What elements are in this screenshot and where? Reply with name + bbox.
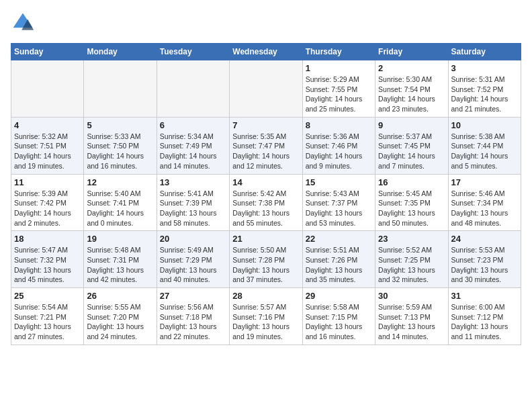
day-info: Sunrise: 5:47 AM Sunset: 7:32 PM Dayligh… <box>14 245 81 285</box>
calendar-cell: 10Sunrise: 5:38 AM Sunset: 7:44 PM Dayli… <box>448 117 521 174</box>
day-info: Sunrise: 5:35 AM Sunset: 7:47 PM Dayligh… <box>232 132 299 171</box>
day-number: 20 <box>160 234 226 244</box>
calendar-cell: 28Sunrise: 5:57 AM Sunset: 7:16 PM Dayli… <box>230 288 302 345</box>
day-number: 23 <box>378 234 445 244</box>
day-info: Sunrise: 5:33 AM Sunset: 7:50 PM Dayligh… <box>87 132 153 171</box>
calendar-cell: 18Sunrise: 5:47 AM Sunset: 7:32 PM Dayli… <box>11 231 84 288</box>
weekday-header-friday: Friday <box>375 44 448 60</box>
day-info: Sunrise: 5:53 AM Sunset: 7:23 PM Dayligh… <box>451 245 518 285</box>
day-info: Sunrise: 5:54 AM Sunset: 7:21 PM Dayligh… <box>14 302 81 342</box>
calendar-cell <box>84 60 157 118</box>
calendar-cell: 3Sunrise: 5:31 AM Sunset: 7:52 PM Daylig… <box>448 60 521 118</box>
weekday-header-row: SundayMondayTuesdayWednesdayThursdayFrid… <box>11 44 521 60</box>
day-number: 15 <box>306 177 372 187</box>
day-info: Sunrise: 5:52 AM Sunset: 7:25 PM Dayligh… <box>378 245 445 285</box>
day-number: 5 <box>87 120 153 130</box>
day-number: 26 <box>87 291 153 301</box>
calendar-cell: 14Sunrise: 5:42 AM Sunset: 7:38 PM Dayli… <box>230 174 302 231</box>
day-info: Sunrise: 5:55 AM Sunset: 7:20 PM Dayligh… <box>87 302 153 342</box>
day-number: 1 <box>306 63 372 73</box>
calendar-cell: 22Sunrise: 5:51 AM Sunset: 7:26 PM Dayli… <box>302 231 375 288</box>
calendar-cell: 6Sunrise: 5:34 AM Sunset: 7:49 PM Daylig… <box>157 117 229 174</box>
calendar-cell: 31Sunrise: 6:00 AM Sunset: 7:12 PM Dayli… <box>448 288 521 345</box>
day-info: Sunrise: 5:31 AM Sunset: 7:52 PM Dayligh… <box>451 75 518 114</box>
day-number: 7 <box>232 120 299 130</box>
day-info: Sunrise: 5:50 AM Sunset: 7:28 PM Dayligh… <box>232 245 299 285</box>
day-number: 6 <box>160 120 226 130</box>
calendar-cell: 17Sunrise: 5:46 AM Sunset: 7:34 PM Dayli… <box>448 174 521 231</box>
calendar-cell: 5Sunrise: 5:33 AM Sunset: 7:50 PM Daylig… <box>84 117 157 174</box>
day-number: 12 <box>87 177 153 187</box>
day-info: Sunrise: 5:56 AM Sunset: 7:18 PM Dayligh… <box>160 302 226 342</box>
calendar-cell: 29Sunrise: 5:58 AM Sunset: 7:15 PM Dayli… <box>302 288 375 345</box>
weekday-header-thursday: Thursday <box>302 44 375 60</box>
weekday-header-wednesday: Wednesday <box>230 44 302 60</box>
logo-icon <box>11 11 35 35</box>
day-number: 9 <box>378 120 445 130</box>
day-info: Sunrise: 5:51 AM Sunset: 7:26 PM Dayligh… <box>306 245 372 285</box>
calendar-cell: 9Sunrise: 5:37 AM Sunset: 7:45 PM Daylig… <box>375 117 448 174</box>
day-info: Sunrise: 5:40 AM Sunset: 7:41 PM Dayligh… <box>87 189 153 228</box>
page-header <box>11 11 521 35</box>
day-info: Sunrise: 5:41 AM Sunset: 7:39 PM Dayligh… <box>160 189 226 228</box>
day-info: Sunrise: 5:39 AM Sunset: 7:42 PM Dayligh… <box>14 189 81 228</box>
calendar-cell: 16Sunrise: 5:45 AM Sunset: 7:35 PM Dayli… <box>375 174 448 231</box>
day-number: 2 <box>378 63 445 73</box>
calendar-cell: 4Sunrise: 5:32 AM Sunset: 7:51 PM Daylig… <box>11 117 84 174</box>
calendar-cell: 19Sunrise: 5:48 AM Sunset: 7:31 PM Dayli… <box>84 231 157 288</box>
day-number: 14 <box>232 177 299 187</box>
weekday-header-sunday: Sunday <box>11 44 84 60</box>
calendar-cell: 23Sunrise: 5:52 AM Sunset: 7:25 PM Dayli… <box>375 231 448 288</box>
day-number: 25 <box>14 291 81 301</box>
day-info: Sunrise: 5:58 AM Sunset: 7:15 PM Dayligh… <box>306 302 372 342</box>
day-number: 8 <box>306 120 372 130</box>
day-info: Sunrise: 5:42 AM Sunset: 7:38 PM Dayligh… <box>232 189 299 228</box>
calendar-cell: 27Sunrise: 5:56 AM Sunset: 7:18 PM Dayli… <box>157 288 229 345</box>
weekday-header-saturday: Saturday <box>448 44 521 60</box>
day-info: Sunrise: 5:34 AM Sunset: 7:49 PM Dayligh… <box>160 132 226 171</box>
calendar-cell: 13Sunrise: 5:41 AM Sunset: 7:39 PM Dayli… <box>157 174 229 231</box>
calendar-cell <box>230 60 302 118</box>
day-number: 3 <box>451 63 518 73</box>
calendar-week-3: 11Sunrise: 5:39 AM Sunset: 7:42 PM Dayli… <box>11 174 521 231</box>
calendar-cell: 24Sunrise: 5:53 AM Sunset: 7:23 PM Dayli… <box>448 231 521 288</box>
calendar-cell: 11Sunrise: 5:39 AM Sunset: 7:42 PM Dayli… <box>11 174 84 231</box>
day-info: Sunrise: 5:43 AM Sunset: 7:37 PM Dayligh… <box>306 189 372 228</box>
day-number: 13 <box>160 177 226 187</box>
day-info: Sunrise: 5:59 AM Sunset: 7:13 PM Dayligh… <box>378 302 445 342</box>
calendar-cell: 26Sunrise: 5:55 AM Sunset: 7:20 PM Dayli… <box>84 288 157 345</box>
calendar-cell: 30Sunrise: 5:59 AM Sunset: 7:13 PM Dayli… <box>375 288 448 345</box>
calendar-week-1: 1Sunrise: 5:29 AM Sunset: 7:55 PM Daylig… <box>11 60 521 118</box>
day-info: Sunrise: 5:45 AM Sunset: 7:35 PM Dayligh… <box>378 189 445 228</box>
weekday-header-monday: Monday <box>84 44 157 60</box>
day-number: 27 <box>160 291 226 301</box>
day-number: 17 <box>451 177 518 187</box>
day-number: 10 <box>451 120 518 130</box>
day-number: 24 <box>451 234 518 244</box>
day-number: 28 <box>232 291 299 301</box>
calendar-cell: 15Sunrise: 5:43 AM Sunset: 7:37 PM Dayli… <box>302 174 375 231</box>
calendar-cell: 20Sunrise: 5:49 AM Sunset: 7:29 PM Dayli… <box>157 231 229 288</box>
day-info: Sunrise: 5:48 AM Sunset: 7:31 PM Dayligh… <box>87 245 153 285</box>
calendar-cell: 8Sunrise: 5:36 AM Sunset: 7:46 PM Daylig… <box>302 117 375 174</box>
day-info: Sunrise: 5:57 AM Sunset: 7:16 PM Dayligh… <box>232 302 299 342</box>
day-number: 29 <box>306 291 372 301</box>
calendar-cell: 21Sunrise: 5:50 AM Sunset: 7:28 PM Dayli… <box>230 231 302 288</box>
day-info: Sunrise: 5:46 AM Sunset: 7:34 PM Dayligh… <box>451 189 518 228</box>
day-info: Sunrise: 5:29 AM Sunset: 7:55 PM Dayligh… <box>306 75 372 114</box>
calendar-week-4: 18Sunrise: 5:47 AM Sunset: 7:32 PM Dayli… <box>11 231 521 288</box>
day-info: Sunrise: 5:38 AM Sunset: 7:44 PM Dayligh… <box>451 132 518 171</box>
calendar-cell <box>11 60 84 118</box>
day-info: Sunrise: 5:36 AM Sunset: 7:46 PM Dayligh… <box>306 132 372 171</box>
day-number: 4 <box>14 120 81 130</box>
day-number: 21 <box>232 234 299 244</box>
calendar-week-5: 25Sunrise: 5:54 AM Sunset: 7:21 PM Dayli… <box>11 288 521 345</box>
calendar-week-2: 4Sunrise: 5:32 AM Sunset: 7:51 PM Daylig… <box>11 117 521 174</box>
calendar-table: SundayMondayTuesdayWednesdayThursdayFrid… <box>11 43 521 345</box>
day-number: 19 <box>87 234 153 244</box>
weekday-header-tuesday: Tuesday <box>157 44 229 60</box>
calendar-cell: 25Sunrise: 5:54 AM Sunset: 7:21 PM Dayli… <box>11 288 84 345</box>
calendar-cell: 7Sunrise: 5:35 AM Sunset: 7:47 PM Daylig… <box>230 117 302 174</box>
calendar-cell <box>157 60 229 118</box>
calendar-cell: 1Sunrise: 5:29 AM Sunset: 7:55 PM Daylig… <box>302 60 375 118</box>
